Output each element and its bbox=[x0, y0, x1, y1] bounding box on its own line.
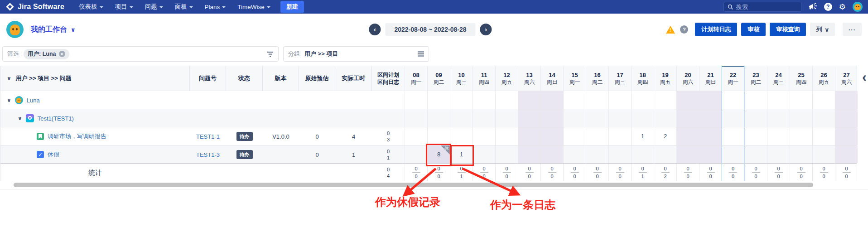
project-row-cell-27[interactable] bbox=[835, 109, 858, 127]
user-row-cell-16[interactable] bbox=[586, 91, 608, 109]
user-row-cell-13[interactable] bbox=[518, 91, 540, 109]
collapse-panel-chevron[interactable]: ‹ bbox=[862, 70, 867, 84]
date-header-11[interactable]: 11周四 bbox=[473, 66, 495, 91]
user-avatar[interactable] bbox=[853, 2, 863, 12]
columns-button[interactable]: 列∨ bbox=[810, 23, 835, 36]
megaphone-icon[interactable] bbox=[808, 3, 817, 11]
issue-test1-3-cell-23[interactable] bbox=[744, 145, 767, 163]
project-row-cell-14[interactable] bbox=[540, 109, 563, 127]
user-row-cell-08[interactable] bbox=[405, 91, 427, 109]
issue-test1-3-cell-13[interactable] bbox=[518, 145, 540, 163]
stats-cell-25[interactable]: 00 bbox=[790, 164, 812, 181]
help-gray-icon[interactable]: ? bbox=[680, 25, 688, 34]
stats-cell-21[interactable]: 00 bbox=[699, 164, 722, 181]
more-button[interactable]: ··· bbox=[843, 23, 862, 36]
issue-test1-3-cell-24[interactable] bbox=[767, 145, 790, 163]
issue-test1-1-cell-14[interactable] bbox=[540, 127, 563, 145]
stats-cell-22[interactable]: 00 bbox=[722, 164, 744, 181]
issue-name[interactable]: 调研市场，写调研报告 bbox=[48, 132, 106, 140]
user-row-cell-22[interactable] bbox=[722, 91, 744, 109]
project-row-cell-20[interactable] bbox=[676, 109, 699, 127]
date-header-09[interactable]: 09周二 bbox=[427, 66, 450, 91]
issue-test1-1-cell-21[interactable] bbox=[699, 127, 722, 145]
issue-test1-1-cell-17[interactable] bbox=[608, 127, 631, 145]
issue-test1-1-cell-24[interactable] bbox=[767, 127, 790, 145]
issue-test1-1-cell-18[interactable]: 1 bbox=[631, 127, 654, 145]
plan-to-log-button[interactable]: 计划转日志 bbox=[695, 23, 737, 36]
date-header-22[interactable]: 22周一 bbox=[722, 66, 744, 91]
issue-test1-1-cell-08[interactable] bbox=[405, 127, 427, 145]
issue-test1-3-cell-22[interactable] bbox=[722, 145, 744, 163]
stats-cell-15[interactable]: 00 bbox=[563, 164, 586, 181]
group-menu-icon[interactable] bbox=[418, 51, 424, 57]
warning-icon[interactable]: ! bbox=[666, 26, 675, 34]
date-header-17[interactable]: 17周三 bbox=[608, 66, 631, 91]
issue-test1-3-cell-20[interactable] bbox=[676, 145, 699, 163]
project-tree-cell[interactable]: ∨Test1(TEST1) bbox=[0, 109, 190, 127]
issue-tree-cell[interactable]: 调研市场，写调研报告 bbox=[0, 127, 190, 145]
date-header-13[interactable]: 13周六 bbox=[518, 66, 540, 91]
stats-cell-26[interactable]: 00 bbox=[812, 164, 835, 181]
project-row-cell-21[interactable] bbox=[699, 109, 722, 127]
review-button[interactable]: 审核 bbox=[741, 23, 766, 36]
issue-test1-1-cell-11[interactable] bbox=[473, 127, 495, 145]
chevron-down-icon[interactable]: ∨ bbox=[18, 115, 22, 121]
issue-test1-3-cell-11[interactable] bbox=[473, 145, 495, 163]
user-row-cell-24[interactable] bbox=[767, 91, 790, 109]
workbench-avatar[interactable] bbox=[6, 21, 24, 38]
user-row-cell-19[interactable] bbox=[654, 91, 676, 109]
stats-cell-16[interactable]: 00 bbox=[586, 164, 608, 181]
issue-test1-3-cell-12[interactable] bbox=[495, 145, 518, 163]
issue-test1-1-cell-26[interactable] bbox=[812, 127, 835, 145]
chevron-down-icon[interactable]: ∨ bbox=[7, 97, 11, 103]
stats-cell-17[interactable]: 00 bbox=[608, 164, 631, 181]
issue-test1-1-cell-15[interactable] bbox=[563, 127, 586, 145]
settings-gear-icon[interactable]: ⚙ bbox=[839, 3, 846, 11]
user-row-cell-18[interactable] bbox=[631, 91, 654, 109]
date-header-12[interactable]: 12周五 bbox=[495, 66, 518, 91]
stats-cell-13[interactable]: 00 bbox=[518, 164, 540, 181]
user-row-cell-11[interactable] bbox=[473, 91, 495, 109]
group-value[interactable]: 用户 >> 项目 bbox=[304, 50, 338, 58]
project-row-cell-15[interactable] bbox=[563, 109, 586, 127]
issue-tree-cell[interactable]: ✓休假 bbox=[0, 145, 190, 164]
stats-cell-24[interactable]: 00 bbox=[767, 164, 790, 181]
project-row-cell-17[interactable] bbox=[608, 109, 631, 127]
issue-test1-1-cell-13[interactable] bbox=[518, 127, 540, 145]
issue-test1-1-cell-09[interactable] bbox=[427, 127, 450, 145]
create-button[interactable]: 新建 bbox=[280, 1, 304, 13]
stats-cell-23[interactable]: 00 bbox=[744, 164, 767, 181]
next-period-button[interactable]: › bbox=[480, 24, 492, 35]
project-row-cell-09[interactable] bbox=[427, 109, 450, 127]
user-row-cell-23[interactable] bbox=[744, 91, 767, 109]
search-box[interactable] bbox=[723, 2, 801, 12]
search-input[interactable] bbox=[736, 4, 791, 10]
date-range-label[interactable]: 2022-08-08 ~ 2022-08-28 bbox=[385, 23, 475, 36]
date-header-23[interactable]: 23周二 bbox=[744, 66, 767, 91]
user-row-cell-27[interactable] bbox=[835, 91, 858, 109]
issue-test1-1-cell-16[interactable] bbox=[586, 127, 608, 145]
issue-key[interactable]: TEST1-1 bbox=[190, 127, 226, 145]
prev-period-button[interactable]: ‹ bbox=[369, 24, 381, 35]
issue-test1-3-cell-18[interactable] bbox=[631, 145, 654, 163]
stats-cell-10[interactable]: 01 bbox=[450, 164, 473, 181]
stats-cell-27[interactable]: 00 bbox=[835, 164, 858, 181]
hscrollbar-thumb[interactable] bbox=[14, 183, 813, 187]
project-row-cell-19[interactable] bbox=[654, 109, 676, 127]
date-header-27[interactable]: 27周六 bbox=[835, 66, 858, 91]
page-title-dropdown[interactable]: 我的工作台 ∨ bbox=[31, 25, 76, 34]
date-header-18[interactable]: 18周四 bbox=[631, 66, 654, 91]
filter-funnel-icon[interactable] bbox=[267, 51, 274, 57]
issue-test1-1-cell-23[interactable] bbox=[744, 127, 767, 145]
filter-chip-user-luna[interactable]: 用户: Luna × bbox=[24, 49, 69, 59]
issue-test1-1-cell-12[interactable] bbox=[495, 127, 518, 145]
project-row-cell-23[interactable] bbox=[744, 109, 767, 127]
issue-test1-1-cell-22[interactable] bbox=[722, 127, 744, 145]
nav-item-1[interactable]: 项目 bbox=[115, 3, 133, 11]
user-row-cell-21[interactable] bbox=[699, 91, 722, 109]
issue-test1-3-cell-16[interactable] bbox=[586, 145, 608, 163]
user-row-cell-20[interactable] bbox=[676, 91, 699, 109]
date-header-26[interactable]: 26周五 bbox=[812, 66, 835, 91]
stats-cell-11[interactable]: 00 bbox=[473, 164, 495, 181]
issue-test1-3-cell-14[interactable] bbox=[540, 145, 563, 163]
